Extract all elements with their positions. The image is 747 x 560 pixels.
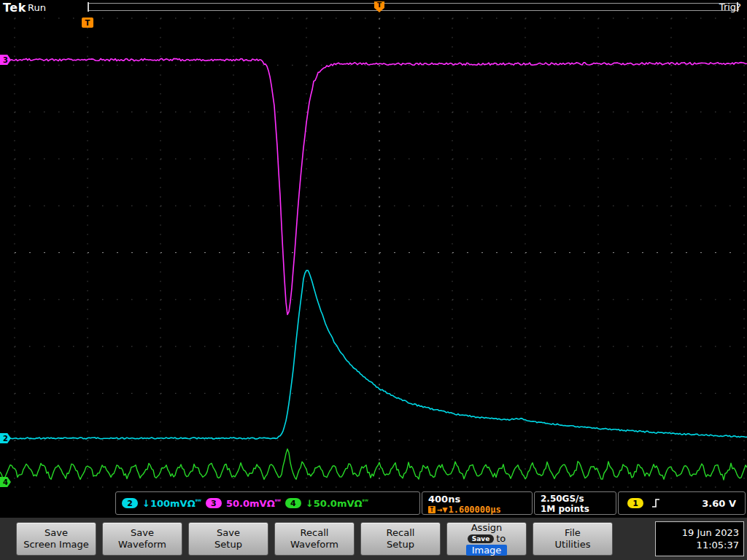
acquisition-readout[interactable]: 2.50GS/s 1M points bbox=[534, 491, 616, 515]
sample-rate: 2.50GS/s bbox=[541, 494, 610, 504]
horizontal-readout[interactable]: 400ns T →▼ 1.600000µs bbox=[422, 491, 533, 515]
ch3-badge: 3 bbox=[206, 498, 222, 508]
trigger-source-badge: 1 bbox=[627, 498, 643, 508]
ch2-trace bbox=[0, 271, 747, 439]
ch4-trace bbox=[0, 449, 747, 480]
file-utilities-button[interactable]: FileUtilities bbox=[533, 522, 613, 556]
softkey-menu-bar: SaveScreen Image SaveWaveform SaveSetup … bbox=[0, 518, 747, 560]
ch4-bandwidth-icon: ᴮᵂ bbox=[363, 498, 368, 504]
rising-edge-icon bbox=[651, 497, 661, 509]
save-setup-button[interactable]: SaveSetup bbox=[188, 522, 268, 556]
waveform-display bbox=[0, 0, 747, 560]
trigger-status: Trig? bbox=[719, 1, 741, 12]
oscilloscope-screen: Tek Run T Trig? T 3 2 4 2 ↓100mVΩᴮᵂ 3 50… bbox=[0, 0, 747, 560]
acquisition-status: Run bbox=[28, 2, 46, 13]
save-chip: Save bbox=[468, 534, 495, 544]
assign-save-button[interactable]: Assign Saveto Image bbox=[446, 522, 527, 556]
ch3-scale: 50.0mVΩᴮᵂ bbox=[226, 498, 281, 509]
datetime-display: 19 Jun 2023 11:05:37 bbox=[655, 521, 744, 556]
trigger-level-value: 3.60 V bbox=[702, 498, 736, 509]
date: 19 Jun 2023 bbox=[682, 527, 739, 538]
ch3-trace bbox=[0, 58, 747, 314]
recall-setup-button[interactable]: RecallSetup bbox=[360, 522, 441, 556]
tek-logo: Tek bbox=[3, 1, 26, 15]
ch4-ground-marker[interactable]: 4 bbox=[0, 477, 11, 487]
timebase-scale: 400ns bbox=[428, 494, 526, 505]
ch3-ground-marker[interactable]: 3 bbox=[0, 55, 11, 65]
ch4-scale: ↓50.0mVΩᴮᵂ bbox=[306, 498, 368, 509]
recall-waveform-button[interactable]: RecallWaveform bbox=[274, 522, 355, 556]
save-screen-image-button[interactable]: SaveScreen Image bbox=[16, 522, 96, 556]
ch2-ground-marker[interactable]: 2 bbox=[0, 433, 11, 443]
save-waveform-button[interactable]: SaveWaveform bbox=[102, 522, 182, 556]
ch4-badge: 4 bbox=[285, 498, 301, 508]
ch2-scale: ↓100mVΩᴮᵂ bbox=[142, 498, 201, 509]
assign-target-chip: Image bbox=[466, 545, 508, 556]
trigger-readout[interactable]: 1 3.60 V bbox=[618, 491, 746, 515]
record-view-bar[interactable] bbox=[88, 3, 738, 11]
ch3-bandwidth-icon: ᴮᵂ bbox=[275, 498, 281, 504]
time: 11:05:37 bbox=[697, 540, 739, 551]
delay-arrow-icon: →▼ bbox=[437, 505, 447, 515]
horizontal-delay: T →▼ 1.600000µs bbox=[428, 505, 526, 515]
delay-value: 1.600000µs bbox=[448, 505, 500, 515]
delay-trigger-icon: T bbox=[428, 506, 436, 513]
record-length: 1M points bbox=[541, 504, 610, 514]
channel-readouts[interactable]: 2 ↓100mVΩᴮᵂ 3 50.0mVΩᴮᵂ 4 ↓50.0mVΩᴮᵂ bbox=[115, 491, 420, 515]
ch2-badge: 2 bbox=[122, 498, 138, 508]
ch2-bandwidth-icon: ᴮᵂ bbox=[196, 498, 201, 504]
readout-bar: 2 ↓100mVΩᴮᵂ 3 50.0mVΩᴮᵂ 4 ↓50.0mVΩᴮᵂ 400… bbox=[0, 490, 747, 518]
trigger-level-indicator[interactable]: T bbox=[82, 18, 93, 28]
